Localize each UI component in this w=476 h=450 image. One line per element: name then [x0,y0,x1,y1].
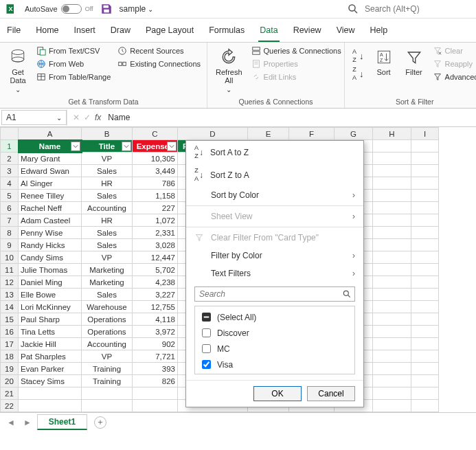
row-header[interactable]: 18 [1,350,19,363]
add-sheet-button[interactable]: ＋ [94,416,106,429]
cell[interactable]: Sales [82,289,133,301]
cell[interactable]: VP [82,251,133,264]
row-header[interactable]: 10 [1,251,19,264]
cell[interactable] [411,350,439,363]
cell[interactable]: 5,702 [133,264,178,276]
row-header[interactable]: 9 [1,239,19,251]
save-icon[interactable] [100,3,113,15]
cell[interactable]: Marketing [82,264,133,276]
filter-checkbox[interactable] [202,328,211,337]
search-bar[interactable] [347,3,471,15]
col-header-D[interactable]: D [178,128,248,140]
cell[interactable]: Title [82,140,133,153]
col-header-A[interactable]: A [19,128,82,140]
name-box[interactable]: A1 ⌄ [1,110,67,125]
sheet-tab[interactable]: Sheet1 [37,414,87,430]
filter-dropdown-icon[interactable] [122,142,131,151]
cell[interactable]: 12,447 [133,251,178,264]
filter-option[interactable]: Discover [198,325,352,341]
cell[interactable] [411,227,439,239]
col-header-E[interactable]: E [248,128,289,140]
get-data-button[interactable]: Get Data ⌄ [4,45,32,96]
tab-home[interactable]: Home [34,23,60,42]
cell[interactable]: Lori McKinney [19,301,82,313]
cell[interactable]: Candy Sims [19,251,82,264]
cell[interactable] [373,264,411,276]
cell[interactable] [373,363,411,375]
sheet-nav-next[interactable]: ► [21,418,34,427]
cell[interactable] [411,140,439,153]
row-header[interactable]: 12 [1,276,19,289]
cell[interactable] [411,326,439,338]
row-header[interactable]: 3 [1,165,19,177]
cell[interactable]: Stacey Sims [19,375,82,387]
row-header[interactable]: 22 [1,400,19,412]
fx-icon[interactable]: fx [95,113,101,122]
cell[interactable]: Julie Thomas [19,264,82,276]
cell[interactable] [373,153,411,165]
cell[interactable]: 3,227 [133,289,178,301]
cell[interactable] [411,338,439,350]
cell[interactable]: 4,238 [133,276,178,289]
cell[interactable]: Al Singer [19,177,82,190]
ok-button[interactable]: OK [253,386,302,401]
cell[interactable] [411,190,439,202]
text-filters[interactable]: Text Filters› [186,265,363,282]
cell[interactable] [373,289,411,301]
cell[interactable]: 12,755 [133,301,178,313]
cell[interactable] [133,400,178,412]
cell[interactable]: Sales [82,190,133,202]
filter-by-color[interactable]: Filter by Color› [186,247,363,265]
cell[interactable]: Penny Wise [19,227,82,239]
cell[interactable]: Accounting [82,338,133,350]
from-web-button[interactable]: From Web [34,58,113,70]
spreadsheet-grid[interactable]: A B C D E F G H I 1NameTitleExpensesReim… [0,127,476,412]
cell[interactable]: Operations [82,326,133,338]
sort-a-to-z[interactable]: AZ↓ Sort A to Z [186,141,363,164]
cell[interactable]: Training [82,375,133,387]
cell[interactable]: Rachel Neff [19,202,82,214]
filter-button[interactable]: Filter [400,45,428,79]
cell[interactable]: Paul Sharp [19,313,82,326]
filter-checkbox[interactable] [202,313,211,322]
cell[interactable] [19,387,82,400]
sort-z-to-a[interactable]: ZA↓ Sort Z to A [186,164,363,186]
cell[interactable]: 10,305 [133,153,178,165]
filter-option[interactable]: MC [198,341,352,357]
cell[interactable]: Marketing [82,276,133,289]
filter-search-input[interactable] [198,289,342,300]
row-header[interactable]: 5 [1,190,19,202]
cell[interactable] [411,165,439,177]
cell[interactable]: VP [82,153,133,165]
row-header[interactable]: 19 [1,363,19,375]
cell[interactable]: 826 [133,375,178,387]
col-header-C[interactable]: C [133,128,178,140]
col-header-F[interactable]: F [289,128,335,140]
cell[interactable]: Pat Sharples [19,350,82,363]
row-header[interactable]: 7 [1,214,19,227]
cell[interactable]: 393 [133,363,178,375]
cell[interactable] [82,387,133,400]
cell[interactable]: Operations [82,313,133,326]
cell[interactable] [411,177,439,190]
cell[interactable]: 4,118 [133,313,178,326]
from-text-csv-button[interactable]: From Text/CSV [34,45,113,57]
formula-input[interactable] [105,111,476,124]
select-all-corner[interactable] [1,128,19,140]
cell[interactable] [373,387,411,400]
cell[interactable]: 2,331 [133,227,178,239]
row-header[interactable]: 1 [1,140,19,153]
filter-checkbox[interactable] [202,360,211,369]
row-header[interactable]: 21 [1,387,19,400]
sort-button[interactable]: AZ Sort [370,45,398,79]
row-header[interactable]: 2 [1,153,19,165]
row-header[interactable]: 17 [1,338,19,350]
cell[interactable] [373,375,411,387]
cell[interactable]: Daniel Ming [19,276,82,289]
filter-values-list[interactable]: (Select All)DiscoverMCVisa [194,306,355,374]
cell[interactable] [411,387,439,400]
cell[interactable] [82,400,133,412]
cell[interactable]: 1,158 [133,190,178,202]
tab-draw[interactable]: Draw [109,23,132,42]
row-header[interactable]: 13 [1,289,19,301]
